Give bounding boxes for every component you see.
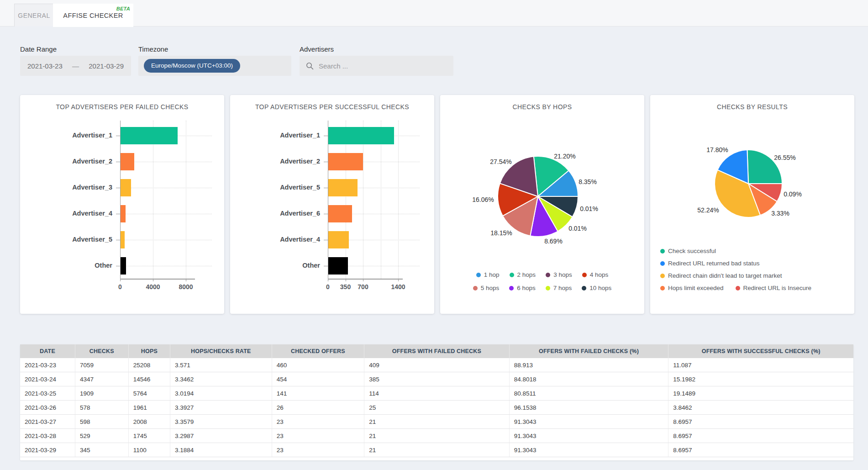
table-column-header: HOPS xyxy=(128,344,170,358)
legend-item-6-hops[interactable]: 6 hops xyxy=(509,285,536,291)
legend-item-label: 7 hops xyxy=(553,285,572,291)
table-cell: 1961 xyxy=(128,401,170,415)
row-gridline xyxy=(121,266,212,266)
table-cell: 96.1538 xyxy=(509,401,668,415)
table-row: 2021-03-25190957643.019414111480.851119.… xyxy=(20,386,853,401)
bar[interactable] xyxy=(121,205,126,222)
page: GENERAL AFFISE CHECKER BETA Date Range 2… xyxy=(0,0,868,470)
x-gridline xyxy=(363,121,363,279)
x-tick-label: 700 xyxy=(358,283,368,290)
table-cell: 5764 xyxy=(128,386,170,401)
tab-affise-checker-label: AFFISE CHECKER xyxy=(63,12,123,19)
legend-dot-icon xyxy=(736,286,740,290)
table-cell: 3.571 xyxy=(170,358,272,372)
table-row: 2021-03-2852917453.2987232191.30438.6957 xyxy=(20,429,853,443)
pie-slice-percentage-label: 0.01% xyxy=(580,205,598,212)
beta-badge: BETA xyxy=(116,6,130,11)
table-cell: 2021-03-25 xyxy=(20,386,75,401)
bar[interactable] xyxy=(328,153,363,170)
category-label: Advertiser_2 xyxy=(237,158,320,165)
y-tick-mark xyxy=(324,188,328,188)
tab-affise-checker[interactable]: AFFISE CHECKER BETA xyxy=(53,4,133,27)
pie-slice-percentage-label: 8.35% xyxy=(579,178,597,185)
x-tick-mark xyxy=(328,279,328,281)
bar[interactable] xyxy=(328,179,358,196)
bar[interactable] xyxy=(121,127,178,144)
legend-item-10-hops[interactable]: 10 hops xyxy=(582,285,611,291)
table-column-header: OFFERS WITH SUCCESSFUL CHECKS (%) xyxy=(668,344,853,358)
table-cell: 529 xyxy=(75,429,128,443)
legend-dot-icon xyxy=(509,286,514,290)
bar[interactable] xyxy=(328,205,352,222)
checks-table: DATECHECKSHOPSHOPS/CHECKS RATECHECKED OF… xyxy=(20,344,853,457)
y-tick-mark xyxy=(324,136,328,136)
pie-slice-percentage-label: 17.80% xyxy=(706,146,728,153)
legend-item-redirect-url-returned-bad-status[interactable]: Redirect URL returned bad status xyxy=(660,260,760,267)
advertisers-search[interactable] xyxy=(300,56,453,76)
bar[interactable] xyxy=(121,257,126,275)
pie-slice-percentage-label: 3.33% xyxy=(771,210,789,217)
row-gridline xyxy=(121,240,212,240)
legend-item-3-hops[interactable]: 3 hops xyxy=(546,271,572,278)
legend-item-hops-limit-exceeded[interactable]: Hops limit exceeded xyxy=(660,285,724,291)
bar[interactable] xyxy=(328,127,394,144)
table-cell: 84.8018 xyxy=(509,372,668,386)
table-column-header: CHECKED OFFERS xyxy=(272,344,364,358)
x-gridline xyxy=(381,121,381,279)
bar[interactable] xyxy=(328,231,349,248)
legend-dot-icon xyxy=(582,286,586,290)
timezone-pill[interactable]: Europe/Moscow (UTC+03:00) xyxy=(144,59,240,73)
x-tick-mark xyxy=(120,279,121,281)
table-cell: 23 xyxy=(272,443,364,457)
x-tick-label: 4000 xyxy=(146,283,160,290)
bar[interactable] xyxy=(121,179,131,196)
x-tick-mark xyxy=(363,279,363,281)
category-label: Advertiser_1 xyxy=(237,132,320,139)
bar[interactable] xyxy=(328,257,348,275)
legend-item-5-hops[interactable]: 5 hops xyxy=(473,285,500,291)
legend-item-4-hops[interactable]: 4 hops xyxy=(582,271,609,278)
chart-title: TOP ADVERTISERS PER FAILED CHECKS xyxy=(20,103,224,111)
card-checks-by-hops-chart: CHECKS BY HOPS21.20%8.35%0.01%0.01%8.69%… xyxy=(440,95,644,314)
category-label: Other xyxy=(29,262,112,269)
table-cell: 91.3043 xyxy=(509,429,668,443)
date-range-input[interactable]: 2021-03-23 — 2021-03-29 xyxy=(20,56,131,76)
date-range-end: 2021-03-29 xyxy=(89,62,124,70)
table-cell: 114 xyxy=(364,386,510,401)
x-tick-mark xyxy=(346,279,346,281)
legend-item-redirect-url-is-insecure[interactable]: Redirect URL is Insecure xyxy=(736,285,812,291)
legend-item-7-hops[interactable]: 7 hops xyxy=(546,285,572,291)
x-gridline xyxy=(186,121,186,279)
table-cell: 88.913 xyxy=(509,358,668,372)
bar[interactable] xyxy=(121,153,134,170)
table-cell: 2021-03-28 xyxy=(20,429,75,443)
legend-item-label: 6 hops xyxy=(517,285,536,291)
category-label: Advertiser_2 xyxy=(29,158,112,165)
legend-item-2-hops[interactable]: 2 hops xyxy=(510,271,536,278)
legend-dot-icon xyxy=(546,273,550,277)
pie-slice-percentage-label: 18.15% xyxy=(490,229,512,237)
pie-slice-percentage-label: 52.24% xyxy=(697,206,719,214)
legend-dot-icon xyxy=(476,273,481,277)
x-gridline xyxy=(346,121,346,279)
legend-item-1-hop[interactable]: 1 hop xyxy=(476,271,500,278)
legend-item-check-successful[interactable]: Check successful xyxy=(660,248,716,254)
y-tick-mark xyxy=(116,136,120,136)
legend-item-label: 10 hops xyxy=(589,285,611,291)
table-body: 2021-03-237059252083.57146040988.91311.0… xyxy=(20,358,853,457)
card-successful-checks-chart: TOP ADVERTISERS PER SUCCESSFUL CHECKS035… xyxy=(230,95,434,314)
bar[interactable] xyxy=(121,231,125,248)
x-gridline xyxy=(153,121,153,279)
table-cell: 3.3927 xyxy=(170,401,272,415)
row-gridline xyxy=(121,214,212,214)
table-cell: 2008 xyxy=(128,415,170,429)
timezone-select[interactable]: Europe/Moscow (UTC+03:00) xyxy=(138,56,291,76)
table-cell: 578 xyxy=(75,401,128,415)
card-checks-by-results-chart: CHECKS BY RESULTS26.55%0.09%3.33%52.24%1… xyxy=(650,95,854,314)
advertisers-search-input[interactable] xyxy=(318,62,438,70)
table-cell: 21 xyxy=(364,415,510,429)
table-cell: 598 xyxy=(75,415,128,429)
x-tick-mark xyxy=(186,279,186,281)
legend-item-redirect-chain-didn-t-lead-to-target-market[interactable]: Redirect chain didn't lead to target mar… xyxy=(660,272,782,279)
tab-general[interactable]: GENERAL xyxy=(14,4,54,26)
